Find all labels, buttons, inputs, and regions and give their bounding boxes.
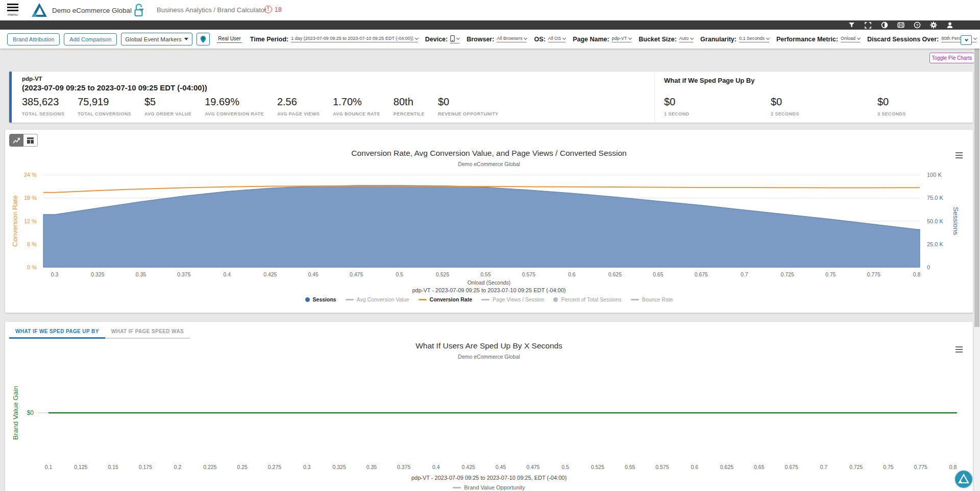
legend-item[interactable]: Percent of Total Sessions (553, 296, 621, 302)
help-icon[interactable]: ? (913, 21, 921, 29)
time-period-value[interactable]: 1 day (2023-07-09 09:25 to 2023-07-10 09… (291, 36, 418, 42)
svg-text:0.65: 0.65 (653, 271, 664, 277)
browser-value[interactable]: All Browsers (497, 36, 527, 42)
stat-percentile: 80thPERCENTILE (394, 96, 425, 116)
performance-metric-value[interactable]: Onload (841, 36, 860, 42)
svg-text:18 %: 18 % (24, 195, 37, 201)
whatif-chart-plot: $0Brand Value Gain0.10.1250.150.1750.20.… (5, 358, 973, 475)
legend-item[interactable]: Avg Conversion Value (346, 296, 409, 302)
brand-fab-logo[interactable] (954, 470, 973, 489)
granularity-value[interactable]: 0.1 Seconds (739, 36, 769, 42)
collapse-filters-button[interactable] (961, 35, 972, 45)
unlock-icon[interactable] (133, 3, 145, 17)
svg-text:0.425: 0.425 (462, 464, 475, 470)
chevron-down-icon (562, 36, 566, 39)
app-header: menu Demo eCommerce Global Business Anal… (0, 0, 980, 20)
stat-revenue-opportunity: $0REVENUE OPPORTUNITY (438, 96, 499, 116)
legend-marker (453, 487, 461, 488)
chevron-down-icon (973, 36, 977, 39)
legend-item[interactable]: Sessions (305, 296, 336, 302)
svg-text:0.525: 0.525 (591, 464, 604, 470)
svg-text:Sessions: Sessions (952, 207, 960, 235)
svg-text:0.75: 0.75 (883, 464, 894, 470)
real-user-toggle[interactable]: Real User (217, 36, 241, 43)
tab-sped-page-up-by[interactable]: WHAT IF WE SPED PAGE UP BY (9, 325, 105, 339)
svg-text:0.2: 0.2 (174, 464, 182, 470)
device-value[interactable] (450, 35, 459, 43)
account-selector[interactable]: Demo eCommerce Global (52, 0, 144, 20)
legend-item[interactable]: Bounce Rate (631, 296, 673, 302)
scrollbar-track[interactable] (974, 49, 980, 491)
chevron-down-icon (857, 36, 861, 39)
svg-text:0.175: 0.175 (139, 464, 152, 470)
table-view-button[interactable] (23, 134, 38, 147)
os-value[interactable]: All OS (548, 36, 566, 42)
toggle-pie-charts-button[interactable]: Toggle Pie Charts (929, 53, 974, 63)
legend-marker (481, 299, 489, 300)
svg-text:0.45: 0.45 (308, 271, 318, 277)
chart-legend-clipped: Brand Value Opportunity (5, 484, 973, 490)
svg-text:75.0 K: 75.0 K (927, 195, 943, 201)
menu-button[interactable]: menu (5, 2, 20, 18)
bucket-size-value[interactable]: Auto (679, 36, 694, 42)
svg-text:Brand Value Gain: Brand Value Gain (12, 386, 19, 440)
filter-performance-metric: Performance Metric: Onload (776, 36, 860, 43)
chart-view-button[interactable] (9, 134, 23, 147)
svg-text:0.675: 0.675 (785, 464, 798, 470)
session-replay-icon[interactable] (897, 21, 904, 29)
svg-text:?: ? (916, 23, 918, 28)
legend-item[interactable]: Page Views / Session (481, 296, 544, 302)
alert-indicator[interactable]: ! 18 (264, 6, 282, 13)
brand-attribution-button[interactable]: Brand Attribution (7, 33, 60, 45)
svg-text:0.6: 0.6 (691, 464, 698, 470)
svg-text:0.575: 0.575 (522, 271, 535, 277)
breadcrumb: Business Analytics / Brand Calculator (157, 6, 266, 14)
contrast-icon[interactable] (880, 21, 888, 29)
hamburger-icon (7, 4, 18, 5)
add-comparison-button[interactable]: Add Comparison (64, 33, 117, 45)
filter-toolbar: Brand Attribution Add Comparison Global … (0, 30, 980, 49)
svg-text:0.375: 0.375 (177, 271, 190, 277)
svg-text:0.225: 0.225 (203, 464, 216, 470)
svg-text:$0: $0 (27, 409, 34, 416)
event-marker-pin-button[interactable] (197, 33, 210, 45)
chart-subtitle: Demo eCommerce Global (5, 161, 973, 167)
chart-title: What If Users Are Sped Up By X Seconds (5, 341, 973, 350)
tab-page-speed-was[interactable]: WHAT IF PAGE SPEED WAS (105, 325, 190, 339)
event-markers-value: Global Event Markers (125, 36, 182, 42)
settings-gear-icon[interactable] (929, 21, 937, 29)
account-person-icon[interactable] (946, 21, 953, 29)
chevron-down-icon (690, 36, 694, 39)
chevron-down-icon (456, 36, 460, 39)
x-axis-title: Onload (Seconds) (5, 279, 973, 286)
filter-label: Time Period: (250, 36, 288, 43)
svg-text:0.275: 0.275 (268, 464, 281, 470)
event-markers-select[interactable]: Global Event Markers (121, 33, 192, 45)
conversion-chart-card: Conversion Rate, Avg Conversion Value, a… (5, 130, 973, 313)
svg-text:0.1: 0.1 (45, 464, 53, 470)
page-name-value[interactable]: pdp-VT (612, 36, 632, 42)
svg-text:25.0 K: 25.0 K (927, 241, 943, 247)
svg-text:50.0 K: 50.0 K (927, 218, 943, 224)
stat-total-conversions: 75,919TOTAL CONVERSIONS (78, 96, 131, 116)
svg-text:0.775: 0.775 (867, 271, 880, 277)
svg-text:0.625: 0.625 (608, 271, 622, 277)
filter-icon[interactable] (848, 21, 855, 29)
legend-label: Page Views / Session (493, 296, 544, 302)
svg-text:0.775: 0.775 (914, 464, 927, 470)
chart-view-toggle (9, 134, 38, 147)
legend-item[interactable]: Conversion Rate (419, 296, 472, 302)
chevron-down-icon (964, 38, 968, 41)
fullscreen-icon[interactable] (864, 21, 872, 29)
filter-label: Bucket Size: (639, 36, 676, 43)
alert-count: 18 (275, 6, 282, 13)
mobile-device-icon (450, 35, 455, 42)
svg-text:0.25: 0.25 (237, 464, 248, 470)
svg-text:0 %: 0 % (27, 264, 37, 270)
svg-text:0.55: 0.55 (480, 271, 491, 277)
filter-label: Device: (425, 36, 448, 43)
chevron-down-icon (628, 36, 632, 39)
svg-text:0.3: 0.3 (51, 271, 59, 277)
filter-label: Performance Metric: (776, 36, 838, 43)
scrollbar-thumb[interactable] (974, 49, 979, 327)
